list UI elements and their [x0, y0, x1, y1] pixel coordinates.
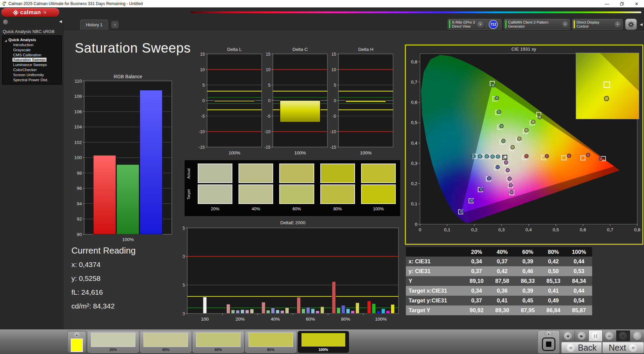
calman-app-window: Calman 2025 Calman Ultimate for Business…	[0, 0, 644, 354]
svg-text:0: 0	[334, 98, 336, 103]
color-comparator-panel: ActualTarget20%40%60%80%100%	[185, 160, 400, 216]
settings-gear-button[interactable]	[625, 19, 637, 30]
svg-text:-10: -10	[330, 129, 336, 134]
svg-text:Delta H: Delta H	[358, 47, 373, 52]
svg-text:110: 110	[74, 79, 82, 84]
up-arrow-icon[interactable]: ▲	[544, 331, 553, 336]
pattern-thumbnail-20%[interactable]: 20%	[88, 331, 139, 353]
swatch-color	[238, 184, 273, 204]
svg-text:100%: 100%	[294, 150, 306, 155]
add-tab-button[interactable]: +	[111, 21, 119, 28]
svg-text:0,1: 0,1	[411, 201, 417, 206]
calman-diamond-icon	[13, 10, 19, 16]
pattern-preview-swatch[interactable]	[71, 338, 83, 352]
swatch-color	[320, 164, 355, 183]
bracket-icon: [·]	[591, 332, 600, 340]
calman-menu-button[interactable]: calman ▼	[1, 8, 59, 17]
swatch-color	[238, 164, 273, 183]
stop-button[interactable]: ■	[561, 330, 575, 341]
spacer	[187, 205, 193, 213]
workflow-title: Quick Analysis NBC sRGB	[3, 29, 64, 34]
tree-item-introduction[interactable]: Introduction	[2, 42, 62, 48]
stop-pattern-button[interactable]	[542, 337, 555, 351]
reading-y: y: 0,5258	[71, 274, 136, 283]
svg-text:0,3: 0,3	[411, 161, 417, 166]
tree-item-luminance-sweeps[interactable]: Luminance Sweeps	[2, 62, 62, 67]
pattern-thumbnail-80%[interactable]: 80%	[245, 331, 296, 353]
table-header-row: 20%40%60%80%100%	[406, 247, 592, 257]
sidebar-menu-button[interactable]	[3, 19, 8, 25]
svg-text:60%: 60%	[306, 317, 315, 322]
refresh-icon: ↻	[619, 332, 627, 340]
swatch-color	[279, 164, 314, 183]
infinity-button[interactable]: ∞	[603, 330, 616, 341]
tab-history-1[interactable]: History 1	[80, 20, 108, 30]
svg-text:0: 0	[183, 311, 185, 316]
close-icon[interactable]: ✕	[629, 0, 644, 7]
record-button[interactable]	[630, 330, 644, 341]
svg-text:0,4: 0,4	[525, 227, 532, 232]
svg-text:80%: 80%	[341, 317, 350, 322]
pattern-thumbnail-100%[interactable]: 100%	[298, 331, 349, 353]
display-control-dropdown[interactable]: Direct Display Control ▼	[572, 19, 623, 30]
svg-text:Delta L: Delta L	[227, 47, 242, 52]
chevron-down-icon[interactable]: ▼	[562, 21, 568, 28]
refresh-button[interactable]: ↻	[616, 330, 630, 341]
svg-text:0,4: 0,4	[411, 141, 417, 146]
tree-item-spectral-power-dist-[interactable]: Spectral Power Dist.	[2, 78, 62, 83]
tree-item-cms-calibration[interactable]: CMS Calibration	[2, 53, 62, 58]
logo-bar: calman ▼	[0, 7, 644, 18]
play-button[interactable]: ▶	[575, 330, 589, 341]
chevron-down-icon[interactable]: ▼	[615, 21, 621, 28]
target-swatch-80%	[319, 184, 357, 205]
svg-text:94: 94	[77, 201, 82, 206]
tree-root-quick-analysis[interactable]: ◢ Quick Analysis	[2, 37, 62, 42]
svg-text:0,2: 0,2	[411, 181, 417, 186]
svg-text:5: 5	[202, 83, 205, 88]
swatch-column-label: 80%	[319, 205, 357, 213]
svg-text:0: 0	[415, 222, 417, 227]
tree-item-colorchecker[interactable]: ColorChecker	[2, 67, 62, 72]
meter-dropdown[interactable]: X-Rite i1Pro 3Direct View ▼ 712	[448, 19, 502, 30]
svg-text:-15: -15	[264, 145, 270, 150]
restore-icon[interactable]	[614, 0, 629, 7]
pattern-thumbnail-40%[interactable]: 40%	[140, 331, 191, 353]
tree-item-screen-uniformity[interactable]: Screen Uniformity	[2, 72, 62, 78]
pattern-generator-dropdown[interactable]: CalMAN Client 3 Pattern Generator ▼	[504, 19, 570, 30]
bracket-button[interactable]: [·]	[589, 330, 603, 341]
svg-text:5: 5	[183, 283, 185, 288]
svg-text:-5: -5	[201, 114, 205, 119]
tree-item-grayscale[interactable]: Grayscale	[2, 48, 62, 53]
chevron-down-icon[interactable]: ▼	[477, 21, 484, 28]
target-swatch-100%	[359, 184, 397, 205]
swatch-color	[361, 164, 396, 183]
svg-text:0: 0	[419, 227, 421, 232]
sidebar-collapse-icon[interactable]: ◀	[59, 19, 62, 24]
chevron-down-icon[interactable]: ▼	[42, 10, 48, 15]
svg-text:0,7: 0,7	[411, 80, 417, 85]
svg-text:10: 10	[183, 254, 185, 259]
svg-text:15: 15	[266, 52, 270, 57]
gear-icon	[628, 21, 634, 28]
actual-swatch-80%	[319, 163, 357, 184]
svg-text:106: 106	[74, 109, 82, 114]
next-button[interactable]: Next »	[602, 342, 644, 353]
tree-item-saturation-sweeps[interactable]: Saturation Sweeps	[2, 57, 62, 62]
svg-text:40%: 40%	[271, 317, 280, 322]
pattern-thumbnail-60%[interactable]: 60%	[193, 331, 244, 353]
back-button[interactable]: « Back	[561, 342, 602, 353]
swatch-color	[279, 184, 314, 204]
actual-swatch-20%	[196, 163, 234, 184]
up-arrow-icon[interactable]: ▲	[72, 332, 81, 337]
table-row: Target Y90,9289,3087,9586,8485,87	[406, 305, 592, 315]
tree-expand-icon[interactable]: ◢	[5, 38, 7, 43]
deltae-2000-chart: DeltaE 200005101510020%40%60%80%100%	[183, 219, 402, 326]
pattern-stop-panel: ▲	[538, 330, 560, 354]
svg-text:5: 5	[334, 83, 336, 88]
svg-text:92: 92	[77, 216, 82, 222]
minimize-icon[interactable]: —	[600, 0, 614, 7]
current-reading-panel: Current Reading x: 0,4374 y: 0,5258 fL: …	[71, 245, 136, 316]
actual-row-label: Actual	[187, 163, 193, 184]
collapse-panel-icon[interactable]: ◀	[639, 22, 643, 27]
cie-1931-chart: CIE 1931 xy00,10,20,30,40,50,60,70,800,1…	[406, 46, 642, 243]
